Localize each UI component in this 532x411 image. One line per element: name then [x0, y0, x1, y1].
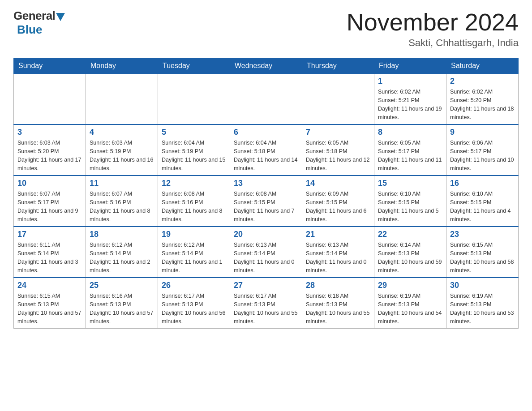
- day-info: Sunrise: 6:07 AMSunset: 5:17 PMDaylight:…: [17, 190, 82, 223]
- calendar-week-row: 1Sunrise: 6:02 AMSunset: 5:21 PMDaylight…: [14, 74, 519, 125]
- day-number: 2: [450, 77, 515, 86]
- day-info: Sunrise: 6:08 AMSunset: 5:16 PMDaylight:…: [162, 190, 226, 223]
- calendar-day-cell: 21Sunrise: 6:13 AMSunset: 5:14 PMDayligh…: [302, 227, 374, 278]
- day-number: 8: [378, 128, 442, 137]
- calendar-day-cell: 29Sunrise: 6:19 AMSunset: 5:13 PMDayligh…: [374, 278, 446, 329]
- calendar-week-row: 3Sunrise: 6:03 AMSunset: 5:20 PMDaylight…: [14, 124, 519, 176]
- day-number: 17: [17, 230, 82, 239]
- calendar-day-cell: 6Sunrise: 6:04 AMSunset: 5:18 PMDaylight…: [230, 124, 302, 176]
- day-info: Sunrise: 6:19 AMSunset: 5:13 PMDaylight:…: [378, 292, 442, 325]
- logo-blue-text: Blue: [17, 23, 42, 37]
- calendar-day-cell: 10Sunrise: 6:07 AMSunset: 5:17 PMDayligh…: [14, 176, 86, 227]
- calendar-day-cell: 14Sunrise: 6:09 AMSunset: 5:15 PMDayligh…: [302, 176, 374, 227]
- title-block: November 2024 Sakti, Chhattisgarh, India: [347, 9, 519, 49]
- day-info: Sunrise: 6:19 AMSunset: 5:13 PMDaylight:…: [450, 292, 515, 325]
- calendar-day-cell: 2Sunrise: 6:02 AMSunset: 5:20 PMDaylight…: [446, 74, 519, 125]
- day-number: 7: [306, 128, 370, 137]
- day-number: 1: [378, 77, 442, 86]
- calendar-day-cell: 3Sunrise: 6:03 AMSunset: 5:20 PMDaylight…: [14, 124, 86, 176]
- calendar-day-cell: 9Sunrise: 6:06 AMSunset: 5:17 PMDaylight…: [446, 124, 519, 176]
- day-number: 12: [162, 179, 226, 188]
- day-number: 27: [234, 281, 298, 290]
- day-number: 23: [450, 230, 515, 239]
- day-number: 3: [17, 128, 82, 137]
- day-info: Sunrise: 6:13 AMSunset: 5:14 PMDaylight:…: [234, 241, 298, 274]
- day-info: Sunrise: 6:10 AMSunset: 5:15 PMDaylight:…: [450, 190, 515, 223]
- location-subtitle: Sakti, Chhattisgarh, India: [347, 37, 519, 49]
- calendar-day-cell: 24Sunrise: 6:15 AMSunset: 5:13 PMDayligh…: [14, 278, 86, 329]
- calendar-day-cell: 19Sunrise: 6:12 AMSunset: 5:14 PMDayligh…: [158, 227, 230, 278]
- calendar-day-cell: 4Sunrise: 6:03 AMSunset: 5:19 PMDaylight…: [86, 124, 158, 176]
- calendar-day-cell: 8Sunrise: 6:05 AMSunset: 5:17 PMDaylight…: [374, 124, 446, 176]
- day-info: Sunrise: 6:07 AMSunset: 5:16 PMDaylight:…: [90, 190, 154, 223]
- calendar-table: SundayMondayTuesdayWednesdayThursdayFrid…: [13, 58, 519, 329]
- calendar-day-cell: 27Sunrise: 6:17 AMSunset: 5:13 PMDayligh…: [230, 278, 302, 329]
- day-info: Sunrise: 6:05 AMSunset: 5:18 PMDaylight:…: [306, 139, 370, 172]
- day-number: 20: [234, 230, 298, 239]
- calendar-week-row: 10Sunrise: 6:07 AMSunset: 5:17 PMDayligh…: [14, 176, 519, 227]
- logo-arrow-icon: [56, 13, 65, 21]
- calendar-day-cell: [158, 74, 230, 125]
- day-number: 25: [90, 281, 154, 290]
- day-info: Sunrise: 6:17 AMSunset: 5:13 PMDaylight:…: [162, 292, 226, 325]
- day-info: Sunrise: 6:02 AMSunset: 5:21 PMDaylight:…: [378, 88, 442, 121]
- calendar-day-cell: 28Sunrise: 6:18 AMSunset: 5:13 PMDayligh…: [302, 278, 374, 329]
- day-number: 13: [234, 179, 298, 188]
- day-info: Sunrise: 6:17 AMSunset: 5:13 PMDaylight:…: [234, 292, 298, 325]
- day-info: Sunrise: 6:03 AMSunset: 5:20 PMDaylight:…: [17, 139, 82, 172]
- day-number: 28: [306, 281, 370, 290]
- calendar-day-cell: [86, 74, 158, 125]
- calendar-day-cell: 15Sunrise: 6:10 AMSunset: 5:15 PMDayligh…: [374, 176, 446, 227]
- calendar-header-row: SundayMondayTuesdayWednesdayThursdayFrid…: [14, 58, 519, 74]
- day-info: Sunrise: 6:14 AMSunset: 5:13 PMDaylight:…: [378, 241, 442, 274]
- calendar-day-cell: [302, 74, 374, 125]
- calendar-day-cell: 26Sunrise: 6:17 AMSunset: 5:13 PMDayligh…: [158, 278, 230, 329]
- day-info: Sunrise: 6:12 AMSunset: 5:14 PMDaylight:…: [90, 241, 154, 274]
- day-info: Sunrise: 6:11 AMSunset: 5:14 PMDaylight:…: [17, 241, 82, 274]
- logo-general-text: General: [13, 9, 55, 23]
- day-of-week-header: Sunday: [14, 58, 86, 74]
- day-info: Sunrise: 6:13 AMSunset: 5:14 PMDaylight:…: [306, 241, 370, 274]
- day-number: 14: [306, 179, 370, 188]
- day-number: 22: [378, 230, 442, 239]
- day-number: 10: [17, 179, 82, 188]
- calendar-day-cell: 17Sunrise: 6:11 AMSunset: 5:14 PMDayligh…: [14, 227, 86, 278]
- day-number: 18: [90, 230, 154, 239]
- day-info: Sunrise: 6:02 AMSunset: 5:20 PMDaylight:…: [450, 88, 515, 121]
- day-of-week-header: Tuesday: [158, 58, 230, 74]
- day-info: Sunrise: 6:04 AMSunset: 5:18 PMDaylight:…: [234, 139, 298, 172]
- day-of-week-header: Friday: [374, 58, 446, 74]
- calendar-day-cell: 11Sunrise: 6:07 AMSunset: 5:16 PMDayligh…: [86, 176, 158, 227]
- calendar-day-cell: 16Sunrise: 6:10 AMSunset: 5:15 PMDayligh…: [446, 176, 519, 227]
- day-number: 24: [17, 281, 82, 290]
- day-info: Sunrise: 6:06 AMSunset: 5:17 PMDaylight:…: [450, 139, 515, 172]
- day-of-week-header: Wednesday: [230, 58, 302, 74]
- calendar-day-cell: 25Sunrise: 6:16 AMSunset: 5:13 PMDayligh…: [86, 278, 158, 329]
- day-number: 29: [378, 281, 442, 290]
- calendar-day-cell: 23Sunrise: 6:15 AMSunset: 5:13 PMDayligh…: [446, 227, 519, 278]
- calendar-day-cell: 30Sunrise: 6:19 AMSunset: 5:13 PMDayligh…: [446, 278, 519, 329]
- calendar-day-cell: 5Sunrise: 6:04 AMSunset: 5:19 PMDaylight…: [158, 124, 230, 176]
- day-info: Sunrise: 6:03 AMSunset: 5:19 PMDaylight:…: [90, 139, 154, 172]
- day-of-week-header: Thursday: [302, 58, 374, 74]
- day-number: 21: [306, 230, 370, 239]
- day-number: 5: [162, 128, 226, 137]
- calendar-day-cell: 20Sunrise: 6:13 AMSunset: 5:14 PMDayligh…: [230, 227, 302, 278]
- day-number: 4: [90, 128, 154, 137]
- calendar-day-cell: [14, 74, 86, 125]
- day-info: Sunrise: 6:10 AMSunset: 5:15 PMDaylight:…: [378, 190, 442, 223]
- calendar-day-cell: 12Sunrise: 6:08 AMSunset: 5:16 PMDayligh…: [158, 176, 230, 227]
- day-number: 9: [450, 128, 515, 137]
- day-number: 11: [90, 179, 154, 188]
- day-info: Sunrise: 6:09 AMSunset: 5:15 PMDaylight:…: [306, 190, 370, 223]
- calendar-day-cell: 18Sunrise: 6:12 AMSunset: 5:14 PMDayligh…: [86, 227, 158, 278]
- calendar-week-row: 24Sunrise: 6:15 AMSunset: 5:13 PMDayligh…: [14, 278, 519, 329]
- calendar-day-cell: 13Sunrise: 6:08 AMSunset: 5:15 PMDayligh…: [230, 176, 302, 227]
- day-info: Sunrise: 6:08 AMSunset: 5:15 PMDaylight:…: [234, 190, 298, 223]
- day-of-week-header: Saturday: [446, 58, 519, 74]
- day-number: 16: [450, 179, 515, 188]
- calendar-day-cell: 1Sunrise: 6:02 AMSunset: 5:21 PMDaylight…: [374, 74, 446, 125]
- day-number: 6: [234, 128, 298, 137]
- day-info: Sunrise: 6:15 AMSunset: 5:13 PMDaylight:…: [450, 241, 515, 274]
- day-of-week-header: Monday: [86, 58, 158, 74]
